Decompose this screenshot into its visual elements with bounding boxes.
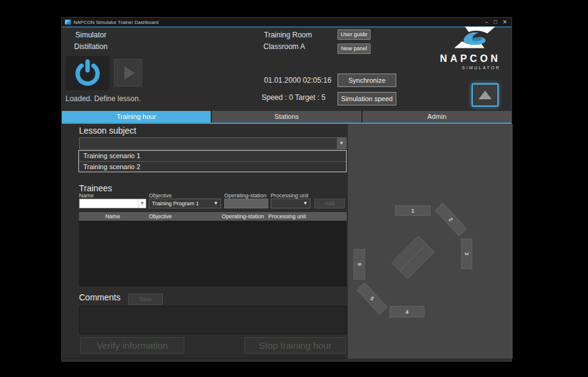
simulation-speed-button[interactable]: Simulation speed — [337, 92, 396, 105]
window-title: NAPCON Simulator Trainer Dashboard — [74, 20, 485, 25]
chevron-down-icon[interactable]: ▼ — [301, 199, 310, 208]
power-icon — [74, 59, 102, 87]
play-icon — [124, 66, 135, 80]
synchronize-button[interactable]: Synchronize — [337, 74, 396, 87]
option-training-scenario-1[interactable]: Training scenario 1 — [79, 151, 346, 161]
content-area: 1 2 3 4 5 6 Lesson subject ▼ Training sc… — [62, 124, 513, 359]
classroom-layout-panel: 1 2 3 4 5 6 — [348, 124, 513, 359]
name-field-label: Name — [79, 192, 94, 199]
datetime-text: 01.01.2000 02:05:16 — [264, 76, 331, 85]
trainees-heading: Trainees — [79, 183, 112, 193]
trainees-table-body — [79, 221, 347, 286]
chevron-down-icon[interactable]: ▼ — [211, 199, 221, 208]
station-3[interactable]: 3 — [461, 238, 472, 269]
user-guide-button[interactable]: User guide — [337, 29, 371, 40]
add-trainee-button[interactable]: Add — [314, 199, 345, 208]
room-label: Training Room — [264, 31, 312, 39]
column-header-processing-unit: Processing unit — [268, 212, 318, 221]
station-4[interactable]: 4 — [390, 306, 424, 318]
collapse-panel-button[interactable] — [472, 83, 499, 107]
save-comments-button[interactable]: Save — [128, 294, 163, 305]
tab-admin[interactable]: Admin — [363, 111, 511, 123]
simulator-label: Simulator — [75, 31, 107, 39]
lesson-subject-options: Training scenario 1 Training scenario 2 — [78, 150, 347, 172]
station-2[interactable]: 2 — [435, 203, 467, 237]
chevron-down-icon[interactable]: ▼ — [138, 199, 146, 208]
status-text: Loaded. Define lesson. — [66, 94, 141, 103]
screen-background: NAPCON Simulator Trainer Dashboard – □ ✕… — [0, 0, 588, 377]
trainees-table-header: Name Objective Operating-station Process… — [79, 212, 347, 221]
app-logo-icon — [65, 20, 71, 25]
chevron-down-icon[interactable]: ▼ — [337, 138, 346, 149]
tab-training-hour[interactable]: Training hour — [62, 111, 211, 123]
logo-subtitle-text: SIMULATOR — [439, 66, 500, 70]
room-name: Classroom A — [263, 42, 305, 51]
station-6[interactable]: 6 — [353, 249, 365, 280]
column-header-objective: Objective — [146, 212, 222, 221]
tab-bar: Training hour Stations Admin — [62, 111, 511, 123]
operating-station-field[interactable] — [224, 199, 268, 208]
close-button[interactable]: ✕ — [502, 19, 507, 25]
napcon-logo-icon — [450, 23, 499, 52]
column-header-name: Name — [79, 212, 146, 221]
titlebar: NAPCON Simulator Trainer Dashboard – □ ✕ — [62, 18, 511, 26]
processing-unit-field-label: Processing unit — [271, 192, 309, 199]
simulator-model: Distillation — [74, 42, 108, 51]
processing-unit-select[interactable]: ▼ — [271, 199, 311, 208]
logo-brand-text: NAPCON — [439, 53, 502, 64]
tab-stations[interactable]: Stations — [212, 111, 361, 123]
power-button[interactable] — [66, 56, 110, 90]
stop-training-hour-button[interactable]: Stop training hour — [244, 337, 346, 354]
new-panel-button[interactable]: New panel — [337, 44, 371, 54]
lesson-subject-value — [80, 138, 337, 149]
station-1[interactable]: 1 — [395, 205, 431, 216]
lesson-subject-select[interactable]: ▼ — [79, 137, 347, 150]
play-button[interactable] — [114, 59, 142, 86]
app-window: NAPCON Simulator Trainer Dashboard – □ ✕… — [61, 17, 512, 362]
station-5[interactable]: 5 — [356, 283, 388, 315]
lesson-subject-heading: Lesson subject — [79, 126, 136, 135]
column-header-operating-station: Operating-station — [222, 212, 268, 221]
operating-station-field-label: Operating-station — [224, 192, 266, 199]
comments-textarea[interactable] — [79, 306, 347, 334]
objective-select[interactable]: Training Program 1 ▼ — [149, 199, 221, 208]
option-training-scenario-2[interactable]: Training scenario 2 — [79, 161, 346, 172]
objective-field-label: Objective — [149, 192, 172, 199]
trainee-name-input[interactable]: ▼ — [79, 199, 146, 208]
titlebar-accent-line — [62, 26, 511, 28]
verify-information-button[interactable]: Verify information — [80, 337, 184, 354]
up-triangle-icon — [478, 91, 492, 99]
speed-text: Speed : 0 Target : 5 — [262, 93, 326, 102]
comments-heading: Comments — [79, 292, 121, 302]
column-header-empty — [318, 212, 347, 221]
